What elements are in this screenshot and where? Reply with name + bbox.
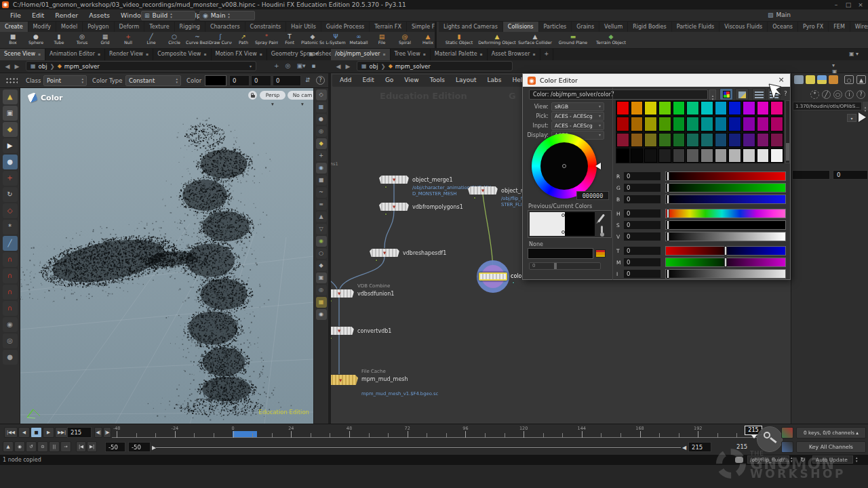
sliders-view-button[interactable] <box>752 88 766 100</box>
shelf-tool-ground-plane[interactable]: ▬Ground Plane <box>554 32 592 49</box>
shelf-tab-rigid-bodies[interactable]: Rigid Bodies <box>628 22 671 32</box>
palette-swatch[interactable] <box>658 101 671 115</box>
tab-scene-view[interactable]: Scene View▪ <box>0 49 45 60</box>
range-slider-right-icon[interactable]: ◀ <box>682 445 686 451</box>
channel-slider[interactable] <box>665 195 786 204</box>
palette-swatch[interactable] <box>673 101 686 115</box>
shelf-tab-guide-process[interactable]: Guide Process <box>321 22 370 32</box>
scene-breadcrumb[interactable]: ▦ obj ❯ ◆ mpm_solver ▾ <box>26 61 256 71</box>
shelf-tool-helix[interactable]: ▲Helix <box>416 32 435 49</box>
shelf-tab-lights-and-cameras[interactable]: Lights and Cameras <box>439 22 503 32</box>
palette-swatch[interactable] <box>673 148 686 163</box>
channel-value-field[interactable]: 0 <box>623 269 661 279</box>
tab-composite-view[interactable]: Composite View▪ <box>153 49 211 60</box>
shelf-tool-curve-bezier[interactable]: ~Curve Bezier <box>186 32 209 49</box>
channel-value-field[interactable]: 0 <box>623 258 661 267</box>
tab-render-view[interactable]: Render View▪ <box>105 49 153 60</box>
channel-value-field[interactable]: 0 <box>623 246 661 256</box>
camera-select-button[interactable]: No cam ▾ <box>288 91 313 100</box>
shelf-tab-collisions[interactable]: Collisions <box>503 22 539 32</box>
tick-marks-icon[interactable]: || <box>49 441 60 452</box>
notes-icon[interactable] <box>806 75 815 84</box>
image-picker-button[interactable] <box>735 88 749 100</box>
stepper-icon[interactable]: ▴▾ <box>791 456 793 464</box>
ghost-icon[interactable]: ▽ <box>316 224 327 235</box>
next-frame-button[interactable]: |▶ <box>103 427 111 438</box>
translate-tool-icon[interactable]: + <box>3 171 18 186</box>
shelf-tool-line[interactable]: ╱Line <box>140 32 163 49</box>
channel-scope-icon[interactable] <box>781 441 793 453</box>
shelf-tab-hair-utils[interactable]: Hair Utils <box>286 22 321 32</box>
pane-menu-icon[interactable]: ▣ ▾ <box>849 51 859 57</box>
shelf-tool-null[interactable]: +Null <box>117 32 140 49</box>
network-breadcrumb[interactable]: ▦ obj ❯ ◆ mpm_solver <box>357 61 513 71</box>
help-icon[interactable]: ? <box>856 90 865 99</box>
display-particles-icon[interactable]: ◉ <box>316 163 327 174</box>
slider-handle[interactable] <box>667 209 669 218</box>
desktop-indicator[interactable]: ▨ Main <box>768 12 791 18</box>
menu-file[interactable]: File <box>5 9 26 22</box>
palette-swatch[interactable] <box>644 133 657 147</box>
stepper-icon[interactable]: ▴▾ <box>856 456 858 464</box>
magnet-handle-icon[interactable]: ∩ <box>3 252 18 267</box>
hue-marker-icon[interactable] <box>595 163 601 169</box>
forward-icon[interactable]: ▶ <box>343 61 353 73</box>
shelf-tool-grid[interactable]: ▦Grid <box>94 32 117 49</box>
lock-icon[interactable] <box>248 91 257 100</box>
range-slider[interactable] <box>156 447 681 449</box>
stop-button[interactable]: ■ <box>31 427 42 438</box>
palette-swatch[interactable] <box>616 101 629 115</box>
palette-swatch[interactable] <box>715 101 728 115</box>
palette-swatch[interactable] <box>728 117 741 131</box>
ramp-options-icon[interactable] <box>595 249 606 258</box>
tab-close-icon[interactable]: ▪ <box>98 51 100 60</box>
scale-tool-icon[interactable]: ◇ <box>3 203 18 218</box>
auto-key-icon[interactable] <box>781 427 793 439</box>
palette-swatch[interactable] <box>686 101 699 115</box>
color-r-field[interactable]: 0 <box>229 75 250 86</box>
shelf-tab-terrain-fx[interactable]: Terrain FX <box>370 22 407 32</box>
display-normals-icon[interactable]: + <box>316 150 327 161</box>
image-icon[interactable] <box>817 75 827 84</box>
palette-swatch[interactable] <box>616 148 629 163</box>
shaded-icon[interactable]: ○ <box>316 248 327 259</box>
node-flag[interactable] <box>375 259 378 262</box>
color-type-select[interactable]: Constant ▴▾ <box>125 75 181 86</box>
follow-playhead-icon[interactable]: → <box>60 441 71 452</box>
palette-view-button[interactable] <box>719 88 733 100</box>
lock-camera-icon[interactable]: ● <box>316 114 327 125</box>
realtime-icon[interactable]: ⊙ <box>37 441 48 452</box>
color-path-field[interactable]: Color: /obj/mpm_solver/color7 <box>529 89 708 100</box>
node-color7[interactable] <box>479 272 507 281</box>
channel-slider[interactable] <box>665 183 786 192</box>
key-badge-icon[interactable] <box>757 426 783 452</box>
tab-animation-editor[interactable]: Animation Editor▪ <box>45 49 105 60</box>
tab-material-palette[interactable]: Material Palette▪ <box>431 49 488 60</box>
gallery-icon[interactable] <box>829 75 838 84</box>
palette-swatch[interactable] <box>743 133 755 147</box>
magnet-handle-icon[interactable]: ∩ <box>3 285 18 300</box>
pane-layout-icon[interactable]: ▣ <box>3 106 18 121</box>
tab-motion-fx-view[interactable]: Motion FX View▪ <box>212 49 267 60</box>
camera-tool-icon[interactable]: ● <box>3 350 18 365</box>
shelf-tool-draw-curve[interactable]: ʃDraw Curve <box>209 32 232 49</box>
magnet-handle-icon[interactable]: ∩ <box>3 301 18 316</box>
shelf-tab-fem[interactable]: FEM <box>829 22 850 32</box>
close-button[interactable]: × <box>856 1 865 9</box>
input-select[interactable]: ACES - ACEScg▾ <box>551 121 604 130</box>
scene-viewport[interactable]: Color Persp ▾ No cam ▾ Education Edition <box>20 88 313 424</box>
material-icon[interactable]: ◆ <box>316 260 327 271</box>
dropdown-button[interactable]: ▾ <box>847 114 856 122</box>
shelf-tool-metaball[interactable]: ∞Metaball <box>347 32 370 49</box>
shelf-tool-spiral[interactable]: @Spiral <box>393 32 416 49</box>
channel-slider[interactable] <box>665 269 786 279</box>
shelf-tab-create[interactable]: Create <box>0 22 28 32</box>
update-mode-dropdown[interactable]: Auto Update <box>812 455 853 464</box>
compact-sliders-button[interactable] <box>767 88 781 100</box>
palette-swatch[interactable] <box>701 117 713 131</box>
persp-view-button[interactable]: Persp ▾ <box>260 91 285 100</box>
shelf-tab-particle-fluids[interactable]: Particle Fluids <box>672 22 719 32</box>
palette-swatch[interactable] <box>728 101 741 115</box>
shelf-tab-characters[interactable]: Characters <box>205 22 245 32</box>
node-vdbreshapesdf1[interactable]: ▼ <box>370 249 399 257</box>
